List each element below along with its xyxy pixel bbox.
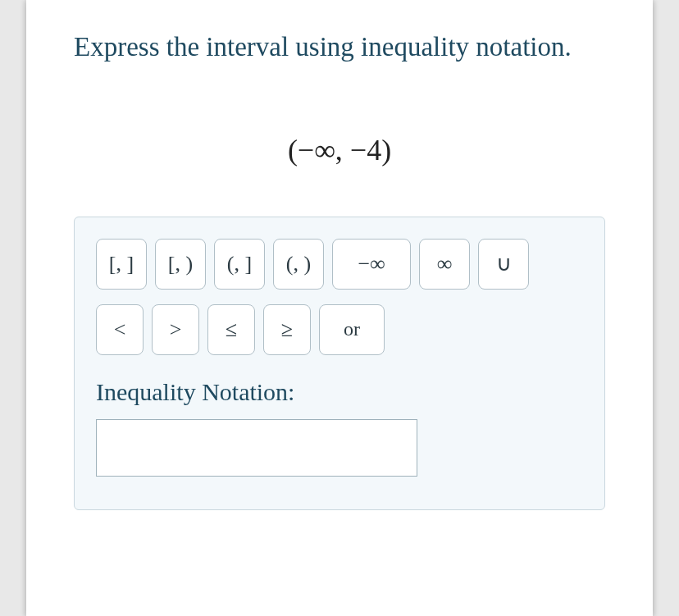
union-button[interactable]: ∪ — [478, 239, 529, 290]
page: Express the interval using inequality no… — [0, 0, 679, 616]
neg-infinity-button[interactable]: −∞ — [332, 239, 411, 290]
inequality-input[interactable] — [96, 419, 417, 477]
less-equal-button[interactable]: ≤ — [207, 304, 255, 355]
palette-row-1: [, ] [, ) (, ] (, ) −∞ ∞ ∪ — [96, 239, 583, 290]
interval-open-open-button[interactable]: (, ) — [273, 239, 324, 290]
less-than-button[interactable]: < — [96, 304, 144, 355]
interval-expression: (−∞, −4) — [74, 133, 605, 167]
pos-infinity-button[interactable]: ∞ — [419, 239, 470, 290]
question-prompt: Express the interval using inequality no… — [74, 28, 605, 67]
answer-label: Inequality Notation: — [96, 378, 583, 406]
palette-row-2: < > ≤ ≥ or — [96, 304, 583, 355]
interval-closed-open-button[interactable]: [, ) — [155, 239, 206, 290]
answer-panel: [, ] [, ) (, ] (, ) −∞ ∞ ∪ < > ≤ ≥ or In… — [74, 217, 605, 510]
greater-equal-button[interactable]: ≥ — [263, 304, 311, 355]
greater-than-button[interactable]: > — [152, 304, 199, 355]
interval-open-closed-button[interactable]: (, ] — [214, 239, 265, 290]
interval-closed-closed-button[interactable]: [, ] — [96, 239, 147, 290]
question-card: Express the interval using inequality no… — [26, 0, 653, 616]
or-button[interactable]: or — [319, 304, 385, 355]
